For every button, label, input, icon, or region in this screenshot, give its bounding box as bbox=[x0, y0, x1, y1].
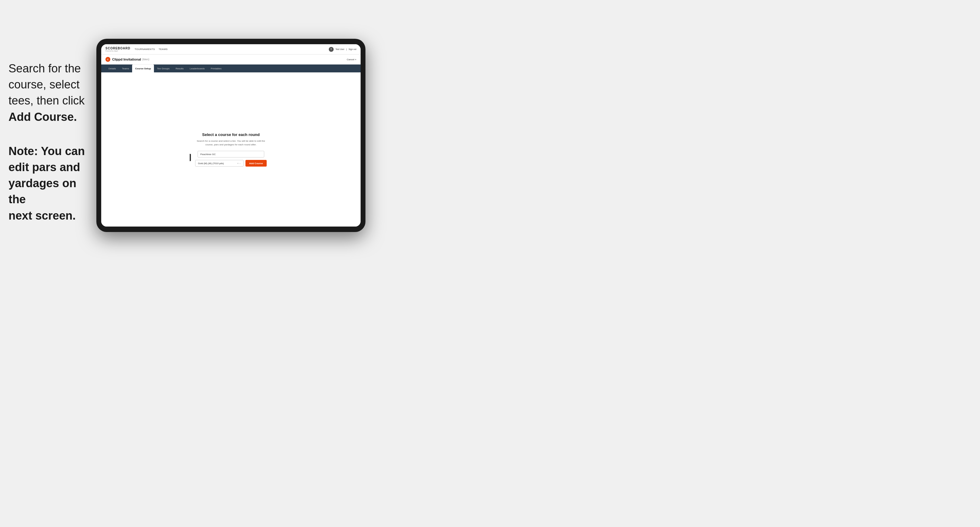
cancel-button[interactable]: Cancel × bbox=[347, 58, 356, 61]
instruction-note: Note: You can edit pars and yardages on … bbox=[8, 143, 96, 224]
logo-area: SCOREBOARD Powered by clippd bbox=[105, 47, 130, 52]
course-setup-card: Select a course for each round Search fo… bbox=[195, 132, 266, 167]
tee-clear-icon[interactable]: × bbox=[237, 162, 239, 165]
tablet-screen: SCOREBOARD Powered by clippd TOURNAMENTS… bbox=[101, 44, 361, 227]
tee-select-row: Gold (M) (M) (7010 yds) × ⌄ Add Course bbox=[195, 160, 266, 167]
logo-sub: Powered by clippd bbox=[105, 50, 130, 52]
nav-tournaments[interactable]: TOURNAMENTS bbox=[135, 47, 155, 51]
tab-details[interactable]: Details bbox=[105, 65, 119, 72]
instruction-line3: tees, then click bbox=[8, 93, 96, 109]
tournament-header: C Clippd Invitational (Men) Cancel × bbox=[101, 54, 361, 65]
tournament-name: Clippd Invitational bbox=[112, 57, 141, 61]
separator: | bbox=[346, 48, 347, 50]
tab-leaderboards[interactable]: Leaderboards bbox=[187, 65, 208, 72]
avatar: T bbox=[329, 47, 334, 52]
note-line3: yardages on the bbox=[8, 175, 96, 208]
card-title: Select a course for each round bbox=[195, 132, 266, 137]
user-name: Test User bbox=[336, 48, 345, 50]
tablet-frame: SCOREBOARD Powered by clippd TOURNAMENTS… bbox=[96, 39, 366, 232]
add-course-button[interactable]: Add Course bbox=[245, 160, 266, 167]
desc-line2: course, pars and yardages for each round… bbox=[205, 143, 257, 146]
desc-line1: Search for a course and select a tee. Yo… bbox=[197, 140, 265, 142]
tab-teams[interactable]: Teams bbox=[119, 65, 132, 72]
tab-results[interactable]: Results bbox=[172, 65, 187, 72]
instruction-line1: Search for the bbox=[8, 60, 96, 77]
card-description: Search for a course and select a tee. Yo… bbox=[195, 139, 266, 147]
tournament-icon: C bbox=[105, 57, 110, 62]
instruction-line2: course, select bbox=[8, 77, 96, 93]
logo-text: SCOREBOARD bbox=[105, 47, 130, 50]
tablet-side-button bbox=[190, 154, 191, 161]
sign-out-link[interactable]: Sign out bbox=[348, 48, 356, 50]
tab-course-setup[interactable]: Course Setup bbox=[132, 65, 154, 72]
tab-printables[interactable]: Printables bbox=[208, 65, 224, 72]
tee-select-wrapper: Gold (M) (M) (7010 yds) × ⌄ bbox=[195, 160, 243, 167]
chevron-down-icon: ⌄ bbox=[239, 162, 241, 165]
tee-value: Gold (M) (M) (7010 yds) bbox=[198, 162, 224, 165]
content-area: Select a course for each round Search fo… bbox=[101, 72, 361, 227]
nav-teams[interactable]: TEAMS bbox=[159, 47, 167, 51]
note-line4: next screen. bbox=[8, 208, 96, 224]
note-line2: edit pars and bbox=[8, 159, 96, 175]
tee-select[interactable]: Gold (M) (M) (7010 yds) × ⌄ bbox=[195, 160, 243, 167]
course-search-input[interactable] bbox=[197, 151, 264, 157]
user-area: T Test User | Sign out bbox=[329, 47, 356, 52]
nav-links: TOURNAMENTS TEAMS bbox=[135, 47, 167, 51]
tab-nav: Details Teams Course Setup Tee Groups Re… bbox=[101, 65, 361, 72]
note-line1: Note: You can bbox=[8, 143, 96, 159]
instruction-line4: Add Course. bbox=[8, 109, 96, 125]
top-nav: SCOREBOARD Powered by clippd TOURNAMENTS… bbox=[101, 44, 361, 54]
instruction-panel: Search for the course, select tees, then… bbox=[8, 60, 96, 224]
tab-tee-groups[interactable]: Tee Groups bbox=[154, 65, 172, 72]
tournament-type: (Men) bbox=[142, 58, 150, 61]
